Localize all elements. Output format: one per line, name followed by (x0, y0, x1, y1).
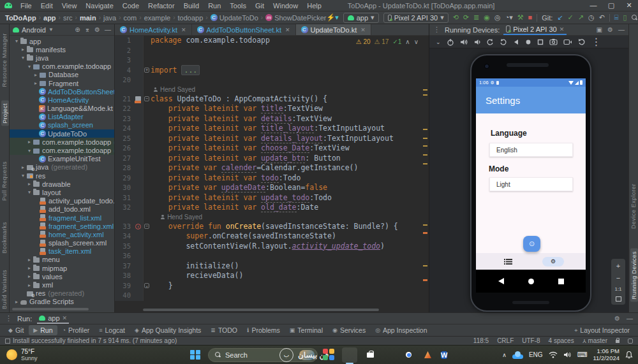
code-author-annotation[interactable]: Hend Sayed (115, 213, 429, 222)
apply-code-changes-button[interactable]: ≣ (473, 14, 479, 21)
language-spinner[interactable]: English (489, 143, 573, 157)
android-back-button[interactable] (498, 278, 504, 284)
tool-stripe-pull-requests[interactable]: Pull Requests (1, 161, 8, 201)
code-line[interactable]: 37 initialize() (115, 261, 429, 272)
menu-item-edit[interactable]: Edit (36, 2, 57, 10)
tree-item[interactable]: activity_update_todo.xml (10, 197, 114, 205)
error-stripe-mark[interactable] (423, 89, 427, 91)
mode-spinner[interactable]: Light (489, 177, 573, 191)
editor-horizontal-scrollbar[interactable] (143, 309, 379, 311)
taskbar-clock[interactable]: 1:06 PM 11/2/2024 (593, 348, 619, 361)
code-line[interactable]: 28 private var calender=Calendar.getInst… (115, 163, 429, 173)
menu-item-help[interactable]: Help (302, 2, 326, 10)
settings-icon[interactable]: ⚙ (94, 26, 100, 33)
breadcrumb-item[interactable]: example (144, 14, 171, 22)
tool-stripe-device-explorer[interactable]: Device Explorer (630, 184, 637, 229)
tree-item[interactable]: ▾layout (10, 188, 114, 196)
zoom-out-button[interactable]: − (616, 274, 620, 282)
code-line[interactable]: 29 private lateinit var todo:Todo (115, 173, 429, 184)
override-method-icon[interactable]: ↑ (135, 224, 141, 229)
locate-file-button[interactable]: ⊕ (75, 26, 80, 33)
notifications-icon[interactable] (628, 339, 633, 344)
zoom-to-fit-button[interactable] (616, 296, 621, 302)
taskbar-app-word[interactable]: W (441, 349, 453, 361)
taskbar-app-android-studio[interactable] (342, 347, 357, 363)
collapsed-arrow-icon[interactable]: ▸ (26, 265, 33, 271)
code-line[interactable]: 24 private lateinit var title_layout:Tex… (115, 124, 429, 134)
toolwindow-app-inspection[interactable]: ◎App Inspection (371, 325, 431, 335)
status-message[interactable]: Install successfully finished in 7 s 914… (5, 337, 177, 344)
screen-record-button[interactable] (563, 39, 572, 45)
tray-overflow-chevron[interactable]: ∧ (502, 352, 507, 358)
editor-tab[interactable]: CAddToDoButtonSheet.kt✕ (192, 24, 296, 35)
layout-button[interactable]: ▣ (597, 26, 602, 33)
collapsed-arrow-icon[interactable]: ▸ (33, 72, 39, 78)
run-configuration-select[interactable]: app ▾ (343, 13, 379, 23)
code-line[interactable]: 25 private lateinit var details_layout:T… (115, 134, 429, 144)
code-line[interactable]: 30 private var updateDate:Boolean=false (115, 183, 429, 193)
code-line[interactable]: 39⌄ } (115, 281, 429, 291)
search-everywhere-button[interactable] (632, 15, 637, 20)
prev-issue-button[interactable]: ∧ (405, 37, 410, 47)
tree-item[interactable]: fragment_setting.xml (10, 222, 114, 230)
next-issue-button[interactable]: ∨ (414, 37, 419, 47)
code-line[interactable]: 21−class UpdateToDo : AppCompatActivity(… (115, 94, 429, 105)
toolwindow-services[interactable]: ◉Services (328, 325, 370, 335)
collapsed-arrow-icon[interactable]: ▸ (20, 47, 26, 52)
error-stripe-mark[interactable] (423, 154, 427, 156)
device-select[interactable]: Pixel 2 API 30 ▾ (383, 13, 449, 23)
breadcrumb-item[interactable]: src (63, 14, 73, 22)
attach-debugger-button[interactable]: ◎ (494, 14, 501, 21)
lock-icon[interactable] (616, 340, 619, 343)
toolwindow-run[interactable]: ▶Run (29, 325, 57, 335)
maximize-button[interactable]: ▢ (602, 1, 620, 10)
taskbar-app-chrome[interactable] (403, 349, 415, 361)
expanded-arrow-icon[interactable]: ▾ (20, 55, 26, 61)
editor-tab[interactable]: CUpdateToDo.kt✕ (296, 24, 371, 35)
breadcrumb-item[interactable]: main (80, 14, 96, 22)
taskbar-app-matlab[interactable] (422, 349, 434, 361)
apply-changes-button[interactable]: ⟳ (463, 14, 469, 21)
code-line[interactable]: 34 super.onCreate(savedInstanceState) (115, 231, 429, 242)
menu-item-window[interactable]: Window (269, 2, 302, 10)
toolwindow-app-quality-insights[interactable]: ◈App Quality Insights (130, 325, 205, 335)
wifi-icon[interactable] (549, 351, 558, 358)
expanded-arrow-icon[interactable]: ▾ (26, 189, 33, 195)
tree-item[interactable]: ▸Gradle Scripts (10, 298, 114, 306)
error-stripe-mark[interactable] (423, 279, 427, 281)
touch-keyboard-icon[interactable]: ⌨ (577, 351, 588, 359)
code-line[interactable]: 4+import ... (115, 66, 429, 76)
error-stripe-mark[interactable] (423, 145, 427, 147)
device-manager-button[interactable]: ⌸ (614, 14, 619, 21)
code-line[interactable]: 40 (115, 291, 429, 301)
toolwindow-profiler[interactable]: ◔Profiler (58, 325, 94, 335)
breadcrumb-item[interactable]: CUpdateToDo (211, 14, 258, 22)
rotate-right-button[interactable] (500, 38, 507, 46)
collapsed-arrow-icon[interactable]: ▸ (26, 139, 33, 145)
zoom-reset-button[interactable]: 1:1 (614, 286, 621, 292)
hide-panel-button[interactable]: — (627, 315, 633, 322)
minimize-button[interactable]: — (584, 1, 602, 10)
toolwindow-todo[interactable]: ≣TODO (206, 325, 242, 335)
android-recents-button[interactable] (558, 279, 564, 284)
collapsed-arrow-icon[interactable]: ▸ (13, 299, 20, 305)
close-icon[interactable]: ✕ (560, 26, 565, 33)
breadcrumb-item[interactable]: mShowDatePicker (265, 14, 326, 22)
error-stripe-mark[interactable] (423, 129, 427, 130)
screenshot-button[interactable] (549, 38, 558, 45)
collapsed-arrow-icon[interactable]: ▸ (26, 273, 33, 279)
indent-widget[interactable]: 4 spaces (549, 337, 574, 344)
toolwindow-layout-inspector[interactable]: ⌖Layout Inspector (570, 325, 634, 335)
tool-stripe-resource-manager[interactable]: Resource Manager (1, 33, 8, 87)
home-button[interactable] (525, 39, 531, 45)
code-editor[interactable]: 1package com.example.todoapp234+import .… (115, 36, 429, 312)
fold-marker[interactable]: − (144, 96, 149, 101)
expanded-arrow-icon[interactable]: ▾ (26, 148, 33, 154)
emulator-device-frame[interactable]: 1:06 ⚙ Settings (470, 54, 591, 312)
encoding-widget[interactable]: UTF-8 (522, 337, 540, 344)
language-indicator[interactable]: ENG (529, 351, 543, 358)
drag-handle-icon[interactable]: ⋮ (433, 25, 441, 34)
undo-button[interactable]: ↶ (599, 14, 605, 21)
debug-button[interactable]: ◉ (484, 14, 490, 21)
power-button[interactable] (447, 38, 454, 46)
